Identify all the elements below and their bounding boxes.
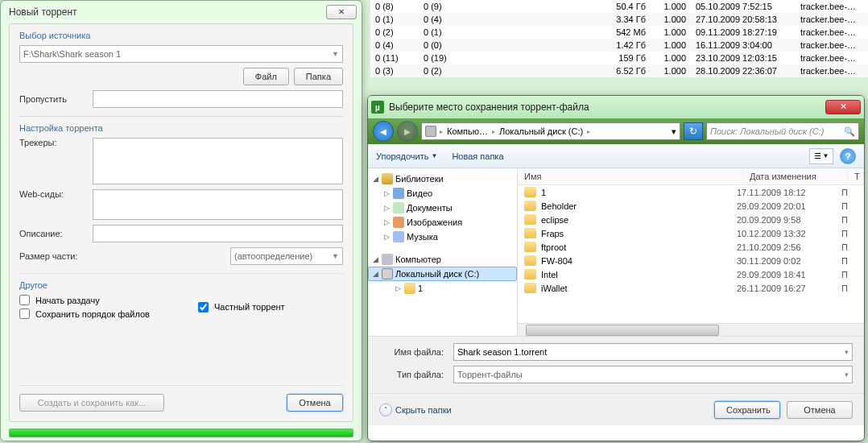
folder-tree[interactable]: ◢Библиотеки ▷Видео ▷Документы ▷Изображен… [368, 168, 518, 336]
folder-icon [524, 228, 536, 238]
filename-label: Имя файла: [379, 347, 444, 357]
video-icon [393, 188, 404, 199]
tree-music[interactable]: ▷Музыка [368, 230, 517, 244]
tree-libraries[interactable]: ◢Библиотеки [368, 172, 517, 186]
window-title: Выберите место сохранения торрент-файла [389, 101, 825, 113]
back-button[interactable]: ◄ [373, 121, 394, 142]
torrent-list-background: 0 (8)0 (9)50.4 Гб1.00005.10.2009 7:52:15… [370, 0, 868, 77]
new-folder-button[interactable]: Новая папка [452, 151, 503, 161]
skip-label: Пропустить [19, 94, 88, 104]
filename-input[interactable]: Shark season 1.torrent ▾ [453, 343, 853, 361]
crumb-computer[interactable]: Компью… [444, 126, 490, 136]
help-button[interactable]: ? [840, 148, 856, 164]
col-name[interactable]: Имя [518, 168, 743, 184]
source-path-combo[interactable]: F:\Shark\Shark season 1 ▼ [19, 45, 343, 63]
piece-size-combo[interactable]: (автоопределение) ▼ [230, 247, 343, 265]
toolbar: Упорядочить▼ Новая папка ☰▼ ? [368, 144, 864, 168]
tree-video[interactable]: ▷Видео [368, 186, 517, 201]
drive-icon [425, 126, 436, 137]
folder-icon [524, 187, 536, 197]
save-file-dialog: µ Выберите место сохранения торрент-файл… [367, 95, 865, 441]
source-path-value: F:\Shark\Shark season 1 [23, 49, 121, 59]
filetype-combo[interactable]: Торрент-файлы ▾ [453, 366, 853, 383]
folder-button[interactable]: Папка [294, 68, 343, 85]
folder-icon [524, 269, 536, 279]
webseeds-input[interactable] [93, 189, 343, 220]
drive-icon [382, 268, 393, 279]
file-row[interactable]: Fraps10.12.2009 13:32П [518, 226, 864, 240]
file-list-header[interactable]: Имя Дата изменения Т [518, 168, 864, 185]
search-placeholder: Поиск: Локальный диск (C:) [710, 126, 824, 136]
horizontal-scrollbar[interactable] [518, 323, 864, 336]
chevron-down-icon: ▼ [332, 50, 339, 58]
crumb-local-c[interactable]: Локальный диск (C:) [497, 126, 585, 136]
cancel-button[interactable]: Отмена [787, 401, 853, 419]
utorrent-icon: µ [371, 101, 384, 114]
table-row[interactable]: 0 (2)0 (1)542 Мб1.00009.11.2009 18:27:19… [370, 26, 868, 39]
file-row[interactable]: FW-80430.11.2009 0:02П [518, 254, 864, 267]
forward-button[interactable]: ► [397, 121, 418, 142]
file-row[interactable]: Intel29.09.2009 18:41П [518, 267, 864, 281]
table-row[interactable]: 0 (11)0 (19)159 Гб1.00023.10.2009 12:03:… [370, 52, 868, 64]
chevron-up-icon: ˄ [379, 404, 392, 416]
view-mode-button[interactable]: ☰▼ [809, 148, 833, 164]
start-seeding-checkbox[interactable] [19, 295, 30, 305]
create-save-button[interactable]: Создать и сохранить как... [19, 394, 164, 412]
hide-folders-toggle[interactable]: ˄ Скрыть папки [379, 404, 452, 416]
trackers-label: Трекеры: [19, 138, 88, 147]
chevron-right-icon: ▸ [587, 128, 590, 135]
tree-images[interactable]: ▷Изображения [368, 215, 517, 230]
tree-local-c[interactable]: ◢Локальный диск (C:) [368, 267, 517, 281]
library-icon [382, 173, 393, 184]
tree-folder-1[interactable]: ▷1 [368, 281, 517, 296]
titlebar[interactable]: µ Выберите место сохранения торрент-файл… [368, 96, 864, 118]
file-row[interactable]: 117.11.2009 18:12П [518, 185, 864, 199]
chevron-right-icon: ▸ [492, 128, 495, 135]
tree-computer[interactable]: ◢Компьютер [368, 252, 517, 267]
chevron-down-icon: ▼ [332, 252, 339, 260]
tree-documents[interactable]: ▷Документы [368, 201, 517, 215]
filetype-value: Торрент-файлы [457, 370, 523, 379]
settings-section-title: Настройка торрента [19, 123, 343, 133]
close-button[interactable]: ✕ [825, 100, 861, 114]
scrollbar-thumb[interactable] [526, 325, 719, 336]
table-row[interactable]: 0 (8)0 (9)50.4 Гб1.00005.10.2009 7:52:15… [370, 0, 868, 13]
folder-icon [524, 255, 536, 266]
file-row[interactable]: iWallet26.11.2009 16:27П [518, 281, 864, 295]
trackers-input[interactable] [93, 138, 343, 184]
file-list: Имя Дата изменения Т 117.11.2009 18:12ПB… [518, 168, 864, 336]
chevron-down-icon[interactable]: ▾ [672, 126, 676, 137]
titlebar[interactable]: Новый торрент ✕ [1, 1, 362, 23]
desc-input[interactable] [93, 225, 343, 242]
computer-icon [382, 254, 393, 265]
col-type[interactable]: Т [848, 168, 864, 184]
table-row[interactable]: 0 (4)0 (0)1.42 Гб1.00016.11.2009 3:04:00… [370, 39, 868, 52]
file-row[interactable]: ftproot21.10.2009 2:56П [518, 240, 864, 254]
organize-menu[interactable]: Упорядочить▼ [376, 151, 437, 161]
folder-icon [404, 283, 415, 294]
skip-input[interactable] [93, 90, 343, 108]
address-bar[interactable]: ▸ Компью… ▸ Локальный диск (C:) ▸ ▾ [421, 122, 680, 140]
table-row[interactable]: 0 (1)0 (4)3.34 Гб1.00027.10.2009 20:58:1… [370, 13, 868, 26]
table-row[interactable]: 0 (3)0 (2)6.52 Гб1.00028.10.2009 22:36:0… [370, 64, 868, 77]
close-button[interactable]: ✕ [326, 5, 357, 19]
preserve-order-checkbox[interactable] [19, 308, 30, 319]
piece-label: Размер части: [19, 251, 88, 261]
piece-size-value: (автоопределение) [234, 251, 312, 261]
file-row[interactable]: Beholder29.09.2009 20:01П [518, 199, 864, 213]
source-section-title: Выбор источника [19, 31, 343, 40]
save-button[interactable]: Сохранить [714, 401, 780, 419]
filetype-label: Тип файла: [379, 370, 444, 379]
private-torrent-label: Частный торрент [214, 302, 285, 312]
file-button[interactable]: Файл [243, 68, 289, 85]
folder-icon [524, 214, 536, 225]
private-torrent-checkbox[interactable] [198, 302, 209, 313]
file-row[interactable]: eclipse20.09.2009 9:58П [518, 213, 864, 226]
filename-value: Shark season 1.torrent [457, 347, 547, 357]
refresh-button[interactable]: ↻ [684, 122, 703, 140]
col-modified[interactable]: Дата изменения [743, 168, 848, 184]
search-input[interactable]: Поиск: Локальный диск (C:) 🔍 [706, 122, 859, 140]
image-icon [393, 217, 404, 228]
music-icon [393, 231, 404, 242]
cancel-button[interactable]: Отмена [287, 394, 343, 412]
